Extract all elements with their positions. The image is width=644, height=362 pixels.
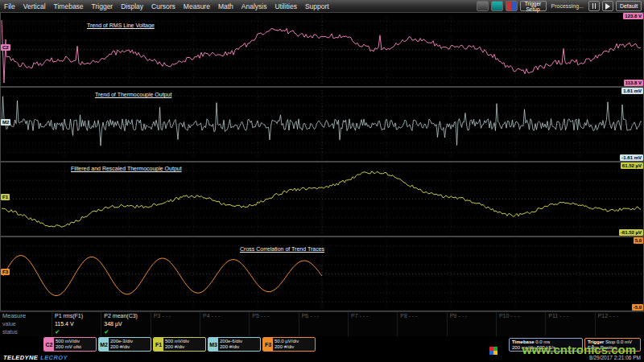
default-button[interactable]: Default	[616, 1, 642, 11]
descriptor-box-f1[interactable]: F1500 mV/div200 #/div	[153, 337, 206, 352]
grid-panel-correlation: Cross Correlation of Trend Traces 5.0 -5…	[0, 237, 644, 311]
menu-item-measure[interactable]: Measure	[180, 2, 214, 10]
scale-tag-bottom: -61.52 µV	[619, 229, 643, 236]
oscilloscope-screen: File Vertical Timebase Trigger Display C…	[0, 0, 644, 362]
menu-item-analysis[interactable]: Analysis	[237, 2, 271, 10]
pause-icon	[592, 3, 593, 9]
channel-label[interactable]: M2	[1, 119, 10, 125]
measure-column[interactable]: P8 - - -	[397, 312, 446, 336]
grid-panel-filtered: Filtered and Rescaled Thermocouple Outpu…	[0, 162, 644, 237]
measure-column[interactable]: P7 - - -	[348, 312, 397, 336]
play-icon	[605, 3, 610, 10]
measure-column[interactable]: P5 - - -	[249, 312, 298, 336]
scale-tag-top: 1.61 mV	[621, 88, 643, 94]
measure-value	[450, 320, 493, 328]
descriptor-label: M2	[99, 338, 109, 351]
measure-value: 348 µV	[104, 320, 147, 328]
measure-header: P11 - - -	[548, 312, 592, 320]
lecroy-trigger-icon[interactable]	[506, 1, 518, 11]
measure-column[interactable]: P12 - - -	[595, 312, 644, 336]
measure-header: P3 - - -	[154, 312, 197, 320]
measure-panel: Measure value status P1 rms(F1)115.4 V✔P…	[0, 311, 644, 336]
descriptor-settings: 200e-6/div200 #/div	[218, 338, 242, 351]
pause-button[interactable]	[588, 1, 600, 11]
measure-columns: P1 rms(F1)115.4 V✔P2 mean(C3)348 µV✔P3 -…	[52, 312, 644, 336]
descriptor-box-m2[interactable]: M2200e-3/div200 #/div	[98, 337, 151, 352]
toolbar-right: Trigger Setup Processing... Default	[477, 1, 644, 11]
measure-row-labels: Measure value status	[0, 312, 52, 336]
descriptor-box-f3[interactable]: F350.0 µV/div200 #/div	[262, 337, 316, 352]
measure-column[interactable]: P10 - - -	[496, 312, 545, 336]
measure-header: P2 mean(C3)	[104, 312, 147, 320]
menu-item-cursors[interactable]: Cursors	[147, 2, 180, 10]
scale-tag-top: 61.52 µV	[621, 162, 643, 169]
measure-value	[154, 320, 197, 328]
scale-tag-top: 5.0	[634, 237, 643, 244]
grid-panel-rms-trend: Trend of RMS Line Voltage 123.8 V 113.8 …	[0, 12, 644, 87]
menu-item-display[interactable]: Display	[117, 2, 147, 10]
measure-value	[302, 320, 345, 328]
default-label: Default	[620, 3, 638, 9]
grid-panel-thermocouple-trend: Trend of Thermocouple Output 1.61 mV -1.…	[0, 87, 644, 162]
menu-item-utilities[interactable]: Utilities	[270, 2, 300, 10]
descriptor-box-c2[interactable]: C2500 mV/div200 mV ofst	[43, 337, 97, 352]
measure-title: Measure	[2, 312, 52, 320]
teledyne-lecroy-logo: TELEDYNELECROY	[3, 354, 68, 361]
brand-teledyne: TELEDYNE	[3, 354, 38, 361]
annotation-correlation: Cross Correlation of Trend Traces	[240, 246, 324, 252]
measure-header: P8 - - -	[400, 312, 444, 320]
measure-header: P1 rms(F1)	[55, 312, 98, 320]
measure-value	[499, 320, 543, 328]
measure-value	[548, 320, 592, 328]
scale-tag-bottom: 113.8 V	[624, 80, 643, 86]
scale-tag-bottom: -5.0	[632, 304, 643, 311]
trigger-setup-button[interactable]: Trigger Setup	[520, 1, 547, 11]
menu-item-support[interactable]: Support	[301, 2, 333, 10]
menu-item-vertical[interactable]: Vertical	[19, 2, 50, 10]
descriptor-label: M3	[208, 338, 218, 351]
channel-label[interactable]: F3	[1, 269, 10, 275]
descriptor-box-m3[interactable]: M3200e-6/div200 #/div	[208, 337, 261, 352]
settings-icon[interactable]	[477, 1, 489, 11]
measure-column[interactable]: P11 - - -	[545, 312, 594, 336]
measure-value	[203, 320, 246, 328]
measure-column[interactable]: P3 - - -	[151, 312, 200, 336]
measure-column[interactable]: P4 - - -	[200, 312, 249, 336]
scale-tag-bottom: -1.61 mV	[620, 154, 643, 161]
menu-item-timebase[interactable]: Timebase	[50, 2, 88, 10]
watermark-text: www.cntronics.com	[522, 343, 636, 356]
measure-value	[400, 320, 444, 328]
measure-column[interactable]: P6 - - -	[299, 312, 348, 336]
measure-header: P5 - - -	[252, 312, 295, 320]
waveform-trace-thermocouple	[0, 87, 644, 162]
measure-header: P4 - - -	[203, 312, 246, 320]
annotation-filtered: Filtered and Rescaled Thermocouple Outpu…	[71, 166, 182, 171]
measure-column[interactable]: P9 - - -	[447, 312, 496, 336]
menu-item-trigger[interactable]: Trigger	[88, 2, 118, 10]
descriptor-label: F3	[263, 338, 273, 351]
descriptor-label: C2	[44, 338, 54, 351]
scope-status-icon[interactable]	[491, 1, 503, 11]
measure-value	[598, 320, 642, 328]
channel-label[interactable]: C2	[1, 44, 10, 51]
menu-bar: File Vertical Timebase Trigger Display C…	[0, 0, 644, 12]
waveform-area: Trend of RMS Line Voltage 123.8 V 113.8 …	[0, 12, 644, 311]
measure-row-value: value	[2, 320, 52, 328]
channel-label[interactable]: F1	[1, 194, 10, 200]
measure-value: 115.4 V	[55, 320, 98, 328]
scale-tag-top: 123.8 V	[623, 13, 643, 19]
processing-status: Processing...	[549, 3, 586, 9]
menu-item-file[interactable]: File	[0, 2, 19, 10]
measure-header: P9 - - -	[450, 312, 493, 320]
measure-column[interactable]: P2 mean(C3)348 µV✔	[101, 312, 150, 336]
measure-header: P12 - - -	[598, 312, 642, 320]
measure-column[interactable]: P1 rms(F1)115.4 V✔	[52, 312, 101, 336]
menu-item-math[interactable]: Math	[214, 2, 237, 10]
measure-header: P10 - - -	[499, 312, 543, 320]
run-button[interactable]	[602, 1, 613, 11]
descriptor-settings: 500 mV/div200 mV ofst	[54, 338, 81, 351]
measure-header: P6 - - -	[302, 312, 345, 320]
descriptor-settings: 200e-3/div200 #/div	[109, 338, 133, 351]
measure-value	[351, 320, 394, 328]
measure-value	[252, 320, 295, 328]
